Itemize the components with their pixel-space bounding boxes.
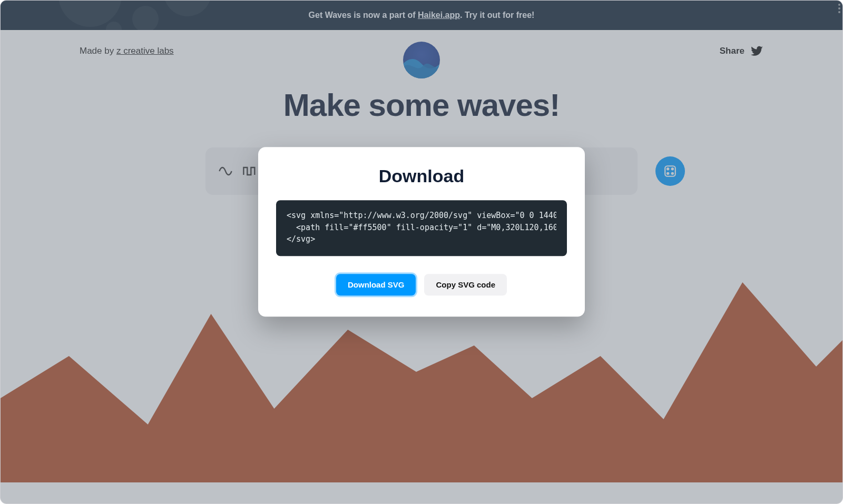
modal-actions: Download SVG Copy SVG code (276, 274, 567, 295)
download-svg-button[interactable]: Download SVG (336, 274, 416, 295)
svg-code-box: <svg xmlns="http://www.w3.org/2000/svg" … (276, 201, 567, 256)
modal-title: Download (276, 166, 567, 187)
download-modal: Download <svg xmlns="http://www.w3.org/2… (258, 147, 585, 317)
copy-svg-button[interactable]: Copy SVG code (424, 274, 507, 295)
svg-code[interactable]: <svg xmlns="http://www.w3.org/2000/svg" … (287, 210, 556, 251)
app-frame: Get Waves is now a part of Haikei.app. T… (0, 0, 843, 504)
